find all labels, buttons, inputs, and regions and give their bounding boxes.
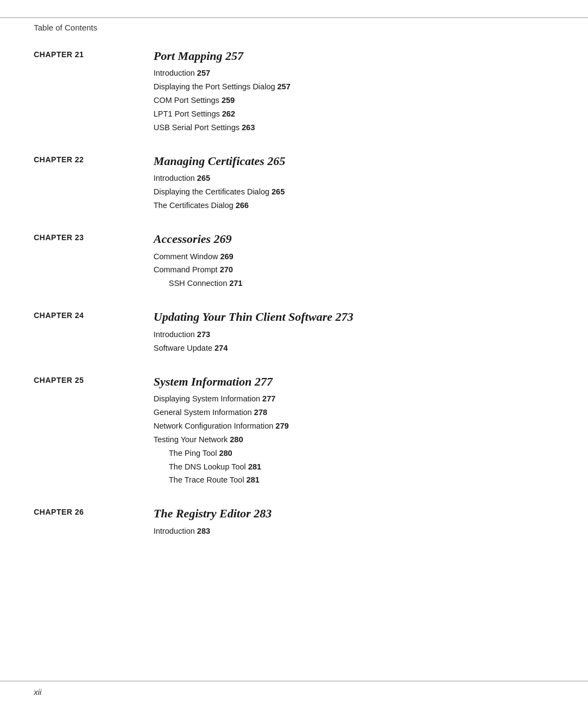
toc-entry-ch22-0: Introduction 265 (154, 172, 554, 185)
toc-entry-text-ch24-1: Software Update (154, 344, 215, 352)
footer-page: xii (34, 687, 41, 697)
toc-entry-ch21-0: Introduction 257 (154, 66, 554, 80)
toc-entry-page-ch21-3: 262 (222, 109, 235, 118)
toc-entry-ch23-1: Command Prompt 270 (154, 263, 554, 277)
chapter-title-ch26: The Registry Editor 283 (154, 506, 554, 521)
toc-entry-ch23-0: Comment Window 269 (154, 250, 554, 264)
toc-entry-ch22-1: Displaying the Certificates Dialog 265 (154, 185, 554, 199)
toc-entry-page-ch22-2: 266 (236, 201, 249, 210)
toc-entry-text-ch25-0: Displaying System Information (154, 394, 262, 403)
chapter-content-ch24: Updating Your Thin Client Software 273In… (154, 310, 554, 355)
toc-entry-ch25-1: General System Information 278 (154, 406, 554, 419)
toc-entry-text-ch25-3: Testing Your Network (154, 435, 230, 444)
chapter-label-ch26: CHAPTER 26 (34, 508, 154, 516)
toc-entry-text-ch21-2: COM Port Settings (154, 96, 222, 105)
toc-entry-page-ch23-0: 269 (220, 252, 233, 261)
chapter-block-ch24: CHAPTER 24Updating Your Thin Client Soft… (34, 310, 554, 355)
toc-entry-page-ch25-0: 277 (262, 394, 275, 403)
toc-entry-page-ch25-4: 280 (219, 449, 232, 457)
chapter-label-ch23: CHAPTER 23 (34, 233, 154, 242)
toc-entry-text-ch25-2: Network Configuration Information (154, 422, 275, 430)
toc-entry-page-ch25-3: 280 (230, 435, 243, 444)
chapter-label-ch24: CHAPTER 24 (34, 311, 154, 320)
toc-entry-text-ch21-0: Introduction (154, 69, 197, 77)
toc-entry-page-ch23-1: 270 (220, 265, 233, 274)
chapter-title-ch22: Managing Certificates 265 (154, 154, 554, 168)
toc-entry-page-ch25-2: 279 (275, 422, 289, 430)
chapter-content-ch26: The Registry Editor 283Introduction 283 (154, 506, 554, 538)
toc-entry-ch25-3: Testing Your Network 280 (154, 433, 554, 447)
chapter-content-ch25: System Information 277Displaying System … (154, 375, 554, 487)
toc-entry-text-ch24-0: Introduction (154, 330, 197, 339)
toc-entry-text-ch25-4: The Ping Tool (169, 449, 219, 457)
toc-entry-ch25-0: Displaying System Information 277 (154, 392, 554, 406)
toc-entry-page-ch21-0: 257 (197, 69, 210, 77)
chapter-label-col-ch22: CHAPTER 22 (34, 154, 154, 212)
toc-entry-text-ch21-1: Displaying the Port Settings Dialog (154, 82, 277, 91)
chapter-content-ch22: Managing Certificates 265Introduction 26… (154, 154, 554, 212)
toc-entry-page-ch21-2: 259 (222, 96, 235, 105)
chapter-label-ch22: CHAPTER 22 (34, 155, 154, 164)
toc-entry-page-ch21-1: 257 (277, 82, 290, 91)
toc-entry-page-ch23-2: 271 (229, 279, 242, 288)
toc-entry-page-ch22-1: 265 (272, 187, 285, 196)
chapter-content-ch23: Accessories 269Comment Window 269Command… (154, 232, 554, 290)
toc-entry-text-ch23-0: Comment Window (154, 252, 220, 261)
toc-entry-ch23-2: SSH Connection 271 (154, 277, 554, 290)
toc-entry-page-ch22-0: 265 (197, 174, 210, 182)
chapter-block-ch25: CHAPTER 25System Information 277Displayi… (34, 375, 554, 487)
toc-entry-page-ch24-0: 273 (197, 330, 210, 339)
toc-entry-text-ch25-1: General System Information (154, 408, 254, 417)
toc-entry-text-ch22-2: The Certificates Dialog (154, 201, 236, 210)
header-label: Table of Contents (34, 23, 97, 32)
toc-entry-ch25-5: The DNS Lookup Tool 281 (154, 460, 554, 474)
toc-entry-text-ch21-3: LPT1 Port Settings (154, 109, 222, 118)
toc-entry-text-ch23-1: Command Prompt (154, 265, 220, 274)
toc-entry-ch25-4: The Ping Tool 280 (154, 447, 554, 460)
toc-entry-ch22-2: The Certificates Dialog 266 (154, 199, 554, 212)
chapter-block-ch22: CHAPTER 22Managing Certificates 265Intro… (34, 154, 554, 212)
chapter-block-ch21: CHAPTER 21Port Mapping 257Introduction 2… (34, 49, 554, 135)
toc-entry-page-ch26-0: 283 (197, 527, 210, 535)
toc-entry-ch24-0: Introduction 273 (154, 328, 554, 341)
chapter-title-ch25: System Information 277 (154, 375, 554, 389)
toc-entry-ch21-1: Displaying the Port Settings Dialog 257 (154, 80, 554, 94)
chapter-label-col-ch24: CHAPTER 24 (34, 310, 154, 355)
content-area: CHAPTER 21Port Mapping 257Introduction 2… (34, 49, 554, 670)
toc-entry-ch21-2: COM Port Settings 259 (154, 94, 554, 107)
toc-entry-page-ch25-5: 281 (248, 462, 261, 471)
chapter-block-ch23: CHAPTER 23Accessories 269Comment Window … (34, 232, 554, 290)
chapter-label-ch25: CHAPTER 25 (34, 376, 154, 385)
chapter-label-ch21: CHAPTER 21 (34, 50, 154, 59)
chapter-label-col-ch26: CHAPTER 26 (34, 506, 154, 538)
toc-entry-ch21-3: LPT1 Port Settings 262 (154, 107, 554, 121)
toc-entry-page-ch25-1: 278 (254, 408, 267, 417)
chapter-content-ch21: Port Mapping 257Introduction 257Displayi… (154, 49, 554, 135)
chapter-title-ch24: Updating Your Thin Client Software 273 (154, 310, 554, 324)
toc-entry-text-ch26-0: Introduction (154, 527, 197, 535)
toc-entry-ch26-0: Introduction 283 (154, 524, 554, 538)
toc-entry-text-ch21-4: USB Serial Port Settings (154, 123, 242, 132)
chapter-title-ch21: Port Mapping 257 (154, 49, 554, 63)
toc-entry-ch24-1: Software Update 274 (154, 341, 554, 355)
toc-entry-ch25-6: The Trace Route Tool 281 (154, 473, 554, 487)
toc-entry-ch25-2: Network Configuration Information 279 (154, 419, 554, 433)
toc-entry-text-ch23-2: SSH Connection (169, 279, 229, 288)
chapter-label-col-ch23: CHAPTER 23 (34, 232, 154, 290)
bottom-rule (0, 681, 588, 681)
toc-entry-page-ch25-6: 281 (246, 475, 259, 484)
toc-entry-text-ch25-5: The DNS Lookup Tool (169, 462, 248, 471)
chapter-title-ch23: Accessories 269 (154, 232, 554, 246)
chapter-block-ch26: CHAPTER 26The Registry Editor 283Introdu… (34, 506, 554, 538)
top-rule (0, 17, 588, 18)
toc-entry-page-ch21-4: 263 (242, 123, 255, 132)
toc-entry-text-ch25-6: The Trace Route Tool (169, 475, 246, 484)
toc-entry-page-ch24-1: 274 (215, 344, 228, 352)
chapter-label-col-ch25: CHAPTER 25 (34, 375, 154, 487)
toc-entry-text-ch22-1: Displaying the Certificates Dialog (154, 187, 272, 196)
toc-entry-ch21-4: USB Serial Port Settings 263 (154, 121, 554, 135)
chapter-label-col-ch21: CHAPTER 21 (34, 49, 154, 135)
toc-entry-text-ch22-0: Introduction (154, 174, 197, 182)
